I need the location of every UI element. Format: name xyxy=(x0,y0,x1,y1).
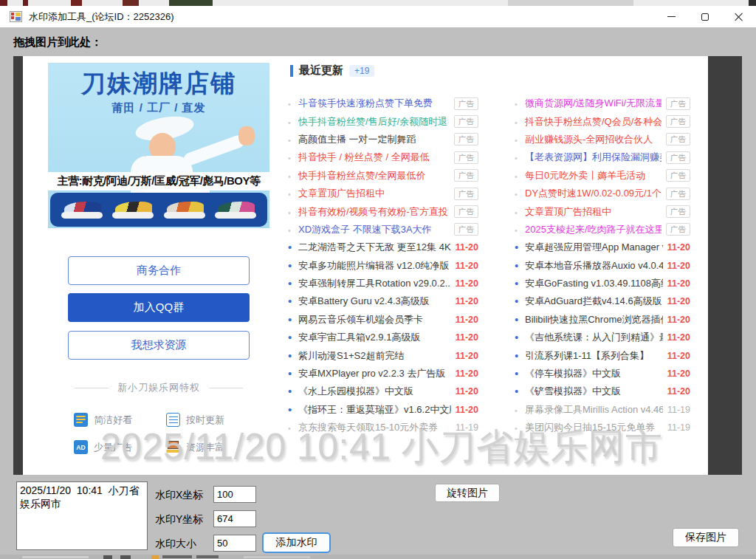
link-text[interactable]: 快手抖音粉丝点赞/全网最低价 xyxy=(298,169,450,182)
link-text[interactable]: 紫川动漫S1+S2超前完结 xyxy=(298,349,451,363)
list-item[interactable]: 2025支棱起来/吃肉路子就在这里 广告 xyxy=(515,221,690,239)
link-text[interactable]: 《水上乐园模拟器》中文版 xyxy=(298,385,451,398)
link-text[interactable]: Bilibili快速拉黑Chrome浏览器插件 xyxy=(525,313,663,326)
business-coop-button[interactable]: 商务合作 xyxy=(68,256,250,285)
link-text[interactable]: 高颜值主播 一对一定制舞蹈 xyxy=(298,133,450,146)
list-item[interactable]: 《停车模拟器》中文版 11-20 xyxy=(515,365,690,383)
link-text[interactable]: 【老表资源网】利用保险漏洞赚美金 xyxy=(525,151,662,164)
list-item[interactable]: 微商货源网/送随身WiFi/无限流量卡 广告 xyxy=(515,95,690,112)
list-item[interactable]: 【老表资源网】利用保险漏洞赚美金 广告 xyxy=(515,148,690,166)
list-item[interactable]: 屏幕录像工具Mirillis Action v4.46.0... 11-19 xyxy=(515,401,690,419)
join-qq-group-button[interactable]: 加入QQ群 xyxy=(68,293,250,322)
watermark-y-input[interactable] xyxy=(213,510,256,527)
link-text[interactable]: 安卓本地音乐播放器Auxio v4.0.4 xyxy=(525,259,663,272)
link-text[interactable]: 《停车模拟器》中文版 xyxy=(525,367,663,380)
save-image-button[interactable]: 保存图片 xyxy=(673,528,739,547)
link-text[interactable]: 安卓AdGuard拦截v4.14.6高级版 xyxy=(525,295,663,308)
watermark-x-input[interactable] xyxy=(213,486,256,503)
link-text[interactable]: 安卓强制转屏工具Rotation v29.0.2... xyxy=(298,277,451,290)
close-button[interactable] xyxy=(722,6,756,27)
link-text[interactable]: 二龙湖浩哥之天下无敌 更至12集 4K... xyxy=(298,241,451,254)
maximize-button[interactable] xyxy=(688,6,722,27)
list-item[interactable]: 抖音快手粉丝点赞/Q会员/各种会员 广告 xyxy=(515,112,690,130)
list-item[interactable]: 安卓宇宙工具箱v2.9.1高级版 11-20 xyxy=(288,329,478,346)
ad-badge: 广告 xyxy=(666,205,690,218)
list-item[interactable]: 美团闪购今日抽15-15元免单券 11-19 xyxy=(515,419,690,436)
link-text[interactable]: 屏幕录像工具Mirillis Action v4.46.0... xyxy=(525,403,663,416)
list-item[interactable]: 引流系列课1-11【系列合集】 11-20 xyxy=(515,346,690,364)
bullet-icon xyxy=(515,295,525,307)
list-item[interactable]: 安卓GoFasting v1.03.49.1108高级版 11-20 xyxy=(515,275,690,292)
bullet-icon xyxy=(288,206,298,218)
link-text[interactable]: 微商货源网/送随身WiFi/无限流量卡 xyxy=(525,97,662,110)
minimize-button[interactable] xyxy=(654,6,688,27)
link-text[interactable]: 《铲雪模拟器》中文版 xyxy=(525,385,663,398)
link-text[interactable]: 安卓宇宙工具箱v2.9.1高级版 xyxy=(298,331,451,344)
link-text[interactable]: 每日0元吃外卖丨薅羊毛活动 xyxy=(525,169,662,182)
request-resource-button[interactable]: 我想求资源 xyxy=(68,331,250,360)
link-text[interactable]: 《指环王：重返莫瑞亚》v1.6.2中文版 xyxy=(298,403,451,416)
list-item[interactable]: 高颜值主播 一对一定制舞蹈 广告 xyxy=(288,131,478,148)
list-item[interactable]: 紫川动漫S1+S2超前完结 11-20 xyxy=(288,346,478,364)
list-item[interactable]: 京东搜索每天领取15-10元外卖券 11-19 xyxy=(288,419,478,436)
add-watermark-button[interactable]: 添加水印 xyxy=(262,532,331,553)
list-item[interactable]: 《水上乐园模拟器》中文版 11-20 xyxy=(288,383,478,400)
watermark-text-input[interactable]: 2025/11/20 10:41 小刀省娱乐网市 xyxy=(16,481,148,550)
bullet-icon xyxy=(515,422,525,433)
link-text[interactable]: 2025支棱起来/吃肉路子就在这里 xyxy=(525,223,662,236)
list-item[interactable]: 抖音快手 / 粉丝点赞 / 全网最低 广告 xyxy=(288,148,478,166)
link-text[interactable]: 安卓GoFasting v1.03.49.1108高级版 xyxy=(525,277,663,290)
link-text[interactable]: 引流系列课1-11【系列合集】 xyxy=(525,349,663,363)
list-item[interactable]: 《吉他系统课：从入门到精通》最新... 11-20 xyxy=(515,329,690,346)
list-item[interactable]: Bilibili快速拉黑Chrome浏览器插件 11-20 xyxy=(515,311,690,329)
image-preview-box[interactable]: 刀妹潮牌店铺 莆田 / 工厂 / 直发 主营:耐克/阿迪/万斯/匡威/冠军/彪马… xyxy=(13,56,742,475)
list-item[interactable]: 安卓多功能照片编辑器 v12.0纯净版 11-20 xyxy=(288,257,478,275)
list-item[interactable]: 抖音有效粉/视频号有效粉-官方直投 广告 xyxy=(288,202,478,220)
link-text[interactable]: 安卓Battery Guru v2.4.3高级版 xyxy=(298,295,451,308)
link-text[interactable]: 文章置顶广告招租中 xyxy=(298,187,450,200)
link-text[interactable]: 网易云音乐领车机端会员季卡 xyxy=(298,313,451,326)
ad-badge: 广告 xyxy=(666,133,690,145)
list-item[interactable]: 快手抖音粉丝赞/售后好/余额随时退 广告 xyxy=(288,112,478,130)
list-item[interactable]: 快手抖音粉丝点赞/全网最低价 广告 xyxy=(288,167,478,185)
list-item[interactable]: 《指环王：重返莫瑞亚》v1.6.2中文版 11-20 xyxy=(288,401,478,419)
link-text[interactable]: 抖音快手 / 粉丝点赞 / 全网最低 xyxy=(298,151,450,164)
update-date: 11-20 xyxy=(456,386,478,397)
list-item[interactable]: 网易云音乐领车机端会员季卡 11-20 xyxy=(288,311,478,329)
list-item[interactable]: 每日0元吃外卖丨薅羊毛活动 广告 xyxy=(515,167,690,185)
link-text[interactable]: 安卓MXPlayer pro v2.2.3 去广告版 xyxy=(298,367,451,380)
list-item[interactable]: 文章置顶广告招租中 广告 xyxy=(515,202,690,220)
list-item[interactable]: 二龙湖浩哥之天下无敌 更至12集 4K... 11-20 xyxy=(288,239,478,256)
list-item[interactable]: 安卓MXPlayer pro v2.2.3 去广告版 11-20 xyxy=(288,365,478,383)
link-text[interactable]: DY点赞时速1W/0.02-0.09元/1个 xyxy=(525,187,662,200)
link-text[interactable]: 文章置顶广告招租中 xyxy=(525,205,662,219)
list-item[interactable]: 安卓本地音乐播放器Auxio v4.0.4 11-20 xyxy=(515,257,690,275)
bullet-icon xyxy=(288,260,298,272)
link-text[interactable]: 副业赚钱源头-全网招收合伙人 xyxy=(525,133,662,146)
update-date: 11-20 xyxy=(456,296,478,306)
rotate-image-button[interactable]: 旋转图片 xyxy=(435,484,500,502)
link-text[interactable]: 安卓超强应用管理App Manager v4... xyxy=(525,241,663,254)
link-text[interactable]: 《吉他系统课：从入门到精通》最新... xyxy=(525,331,663,344)
list-item[interactable]: 安卓Battery Guru v2.4.3高级版 11-20 xyxy=(288,292,478,310)
list-item[interactable]: 斗音筷手快速涨粉点赞下单免费 广告 xyxy=(288,95,478,112)
link-text[interactable]: 斗音筷手快速涨粉点赞下单免费 xyxy=(298,97,450,110)
list-item[interactable]: XD游戏盒子 不限速下载3A大作 广告 xyxy=(288,221,478,239)
link-text[interactable]: 抖音快手粉丝点赞/Q会员/各种会员 xyxy=(525,115,662,128)
list-item[interactable]: 安卓AdGuard拦截v4.14.6高级版 11-20 xyxy=(515,292,690,310)
link-text[interactable]: 快手抖音粉丝赞/售后好/余额随时退 xyxy=(298,115,450,128)
watermark-size-input[interactable] xyxy=(213,535,256,552)
list-item[interactable]: 安卓强制转屏工具Rotation v29.0.2... 11-20 xyxy=(288,275,478,292)
list-item[interactable]: 《铲雪模拟器》中文版 11-20 xyxy=(515,383,690,400)
link-text[interactable]: 美团闪购今日抽15-15元免单券 xyxy=(525,421,663,434)
link-text[interactable]: 抖音有效粉/视频号有效粉-官方直投 xyxy=(298,205,450,219)
list-item[interactable]: 文章置顶广告招租中 广告 xyxy=(288,185,478,202)
link-text[interactable]: 京东搜索每天领取15-10元外卖券 xyxy=(298,421,451,434)
link-text[interactable]: XD游戏盒子 不限速下载3A大作 xyxy=(298,223,450,236)
bg-fragment xyxy=(123,0,139,6)
bg-fragment xyxy=(23,0,28,6)
list-item[interactable]: DY点赞时速1W/0.02-0.09元/1个 广告 xyxy=(515,185,690,202)
list-item[interactable]: 副业赚钱源头-全网招收合伙人 广告 xyxy=(515,131,690,148)
list-item[interactable]: 安卓超强应用管理App Manager v4... 11-20 xyxy=(515,239,690,256)
link-text[interactable]: 安卓多功能照片编辑器 v12.0纯净版 xyxy=(298,259,451,272)
